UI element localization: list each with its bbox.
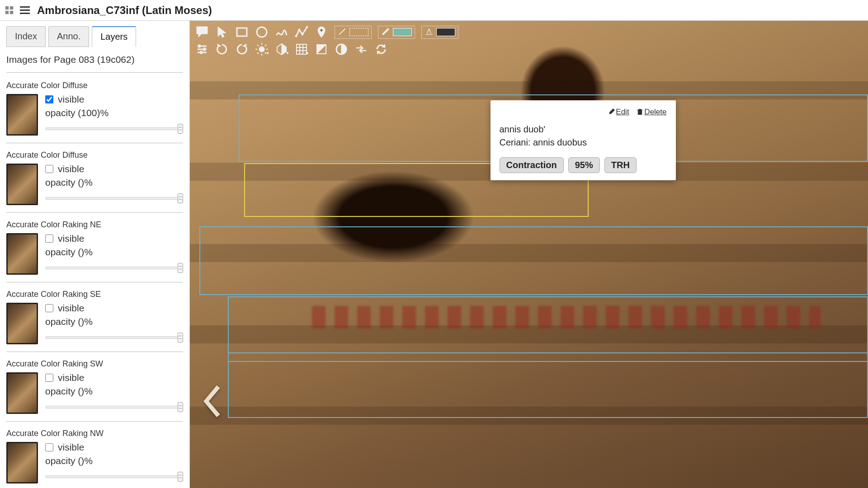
layer-title: Accurate Color Diffuse [6, 81, 183, 90]
polyline-icon[interactable] [295, 25, 308, 39]
layer-thumbnail[interactable] [6, 442, 38, 483]
annotation-region[interactable] [199, 226, 868, 295]
opacity-slider[interactable] [45, 402, 183, 411]
svg-rect-27 [297, 44, 307, 54]
layer-thumbnail[interactable] [6, 372, 38, 414]
comment-icon[interactable] [195, 25, 209, 39]
visible-label: visible [58, 372, 84, 383]
svg-rect-15 [200, 51, 202, 54]
layer-thumbnail[interactable] [6, 233, 38, 275]
opacity-slider[interactable] [45, 193, 183, 202]
layer-title: Accurate Color Raking NW [6, 429, 183, 438]
layer-title: Accurate Color Diffuse [6, 150, 183, 160]
brightness-icon[interactable] [255, 42, 269, 56]
edit-link[interactable]: Edit [608, 108, 629, 116]
droplet-icon[interactable] [335, 42, 348, 56]
fill-swatch[interactable] [378, 26, 415, 39]
visible-toggle[interactable]: visible [45, 372, 183, 383]
opacity-label: opacity ()% [45, 177, 183, 188]
layer-thumbnail[interactable] [6, 164, 38, 205]
svg-rect-0 [5, 6, 9, 9]
opacity-slider[interactable] [45, 333, 183, 342]
svg-line-22 [265, 52, 266, 54]
visible-checkbox[interactable] [45, 304, 53, 312]
svg-point-10 [306, 26, 308, 28]
svg-rect-2 [5, 10, 9, 14]
svg-line-24 [265, 45, 266, 46]
svg-point-16 [259, 47, 264, 52]
layer-thumbnail[interactable] [6, 94, 38, 136]
svg-rect-3 [10, 10, 13, 14]
visible-toggle[interactable]: visible [45, 94, 183, 105]
grid-menu-icon[interactable] [5, 5, 14, 15]
image-viewer[interactable]: Edit Delete annis duob' Ceriani: annis d… [190, 21, 868, 488]
font-swatch[interactable] [421, 26, 458, 39]
annotation-region[interactable] [228, 352, 868, 418]
visible-checkbox[interactable] [45, 235, 53, 243]
tab-layers[interactable]: Layers [92, 26, 136, 47]
annotation-region[interactable] [228, 296, 868, 362]
svg-point-8 [298, 29, 300, 31]
flip-icon[interactable] [354, 42, 368, 56]
layer-block: Accurate Color Raking SW visible opacity… [6, 359, 183, 422]
annotation-text: annis duob' Ceriani: annis duobus [500, 123, 667, 149]
svg-point-7 [295, 35, 297, 37]
visible-toggle[interactable]: visible [45, 442, 183, 453]
tab-index[interactable]: Index [6, 26, 46, 47]
visible-checkbox[interactable] [45, 443, 53, 451]
prev-page-button[interactable] [203, 385, 224, 418]
pin-icon[interactable] [315, 25, 328, 39]
layer-block: Accurate Color Diffuse visible opacity (… [6, 150, 183, 213]
visible-label: visible [58, 303, 84, 314]
layer-title: Accurate Color Raking SW [6, 359, 183, 369]
rotate-cw-icon[interactable] [215, 42, 229, 56]
svg-marker-26 [287, 52, 288, 54]
delete-link[interactable]: Delete [637, 108, 666, 116]
app-header: Ambrosiana_C73inf (Latin Moses) [0, 0, 868, 21]
visible-checkbox[interactable] [45, 374, 53, 382]
opacity-slider[interactable] [45, 263, 183, 272]
visible-toggle[interactable]: visible [45, 164, 183, 174]
cursor-icon[interactable] [215, 25, 229, 39]
visible-label: visible [58, 164, 84, 174]
contrast-icon[interactable] [275, 42, 288, 56]
layer-block: Accurate Color Diffuse visible opacity (… [6, 81, 183, 143]
layer-block: Accurate Color Raking SE visible opacity… [6, 290, 183, 352]
svg-rect-5 [237, 28, 247, 36]
sidebar-heading: Images for Page 083 (19c062) [6, 54, 183, 73]
viewer-toolbar [195, 25, 458, 56]
svg-point-11 [320, 29, 323, 32]
sliders-icon[interactable] [195, 42, 209, 56]
visible-toggle[interactable]: visible [45, 303, 183, 314]
annotation-tag: Contraction [500, 157, 564, 173]
hamburger-icon[interactable] [20, 6, 30, 14]
opacity-label: opacity ()% [45, 455, 183, 466]
visible-checkbox[interactable] [45, 95, 53, 103]
rectangle-icon[interactable] [235, 25, 249, 39]
freehand-icon[interactable] [275, 25, 288, 39]
opacity-label: opacity (100)% [45, 108, 183, 118]
stroke-swatch[interactable] [335, 26, 372, 39]
visible-toggle[interactable]: visible [45, 233, 183, 244]
annotation-popup: Edit Delete annis duob' Ceriani: annis d… [491, 100, 676, 180]
refresh-icon[interactable] [374, 42, 388, 56]
layer-thumbnail[interactable] [6, 303, 38, 344]
opacity-slider[interactable] [45, 124, 183, 133]
grid-icon[interactable] [295, 42, 308, 56]
svg-point-6 [257, 27, 267, 37]
opacity-slider[interactable] [45, 472, 183, 481]
opacity-label: opacity ()% [45, 247, 183, 258]
rotate-ccw-icon[interactable] [235, 42, 249, 56]
tab-anno[interactable]: Anno. [48, 26, 89, 47]
sidebar-tabs: Index Anno. Layers [6, 26, 183, 47]
invert-icon[interactable] [315, 42, 328, 56]
annotation-tag: 95% [568, 157, 600, 173]
svg-rect-1 [10, 6, 13, 9]
svg-line-21 [257, 45, 259, 46]
circle-icon[interactable] [255, 25, 269, 39]
svg-rect-14 [203, 48, 205, 51]
annotation-tag: TRH [604, 157, 637, 173]
layer-title: Accurate Color Raking NE [6, 220, 183, 230]
visible-checkbox[interactable] [45, 165, 53, 173]
layer-block: Accurate Color Raking NE visible opacity… [6, 220, 183, 282]
